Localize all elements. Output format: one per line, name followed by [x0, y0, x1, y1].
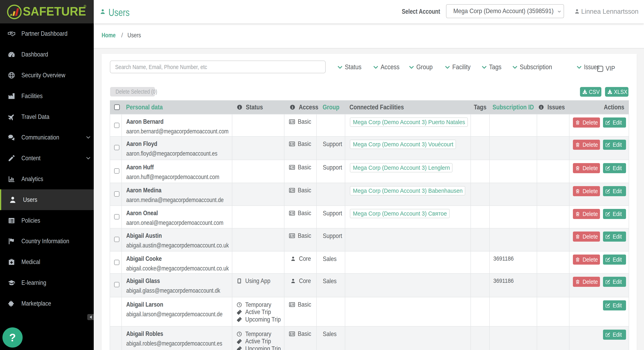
svg-text:®: ® [84, 4, 86, 8]
svg-text:SAFETURE: SAFETURE [23, 4, 86, 18]
